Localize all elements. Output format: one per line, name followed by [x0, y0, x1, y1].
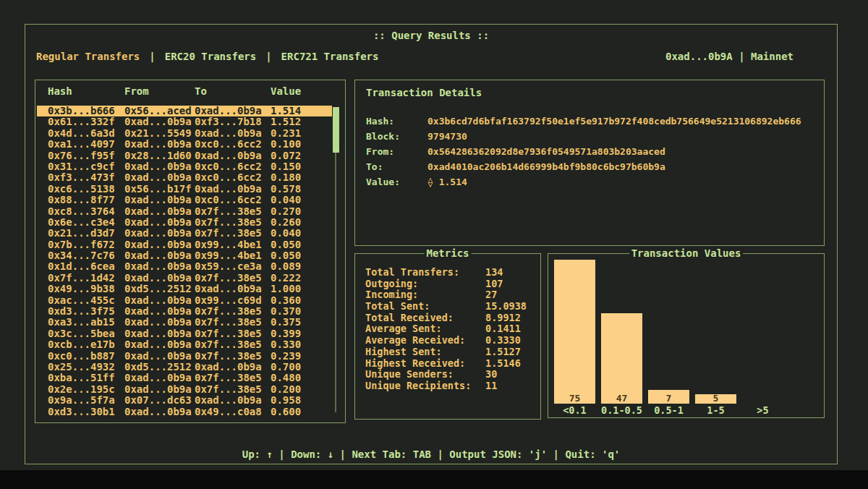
bar-value-label: 47 — [601, 393, 642, 404]
cell-from: 0xad...0b9a — [124, 384, 195, 395]
cell-hash: 0xd3...30b1 — [48, 407, 124, 417]
table-row[interactable]: 0x49...9b380xd5...25120xad...0b9a1.000 — [37, 284, 332, 294]
query-results-frame: :: Query Results :: Regular Transfers|ER… — [25, 24, 838, 464]
table-row[interactable]: 0xc6...51380x56...b17f0xad...0b9a0.578 — [37, 184, 332, 195]
cell-value: 1.512 — [271, 116, 332, 127]
cell-value: 0.089 — [271, 261, 332, 272]
cell-hash: 0x88...8f77 — [48, 195, 124, 205]
details-panel-title: Transaction Details — [366, 87, 482, 98]
transfers-table-panel: HashFromToValue 0x3b...b6660x56...aced0x… — [35, 80, 346, 423]
detail-label: Block: — [366, 129, 427, 144]
table-body: 0x3b...b6660x56...aced0xad...0b9a1.5140x… — [37, 106, 332, 417]
cell-to: 0xad...0b9a — [195, 128, 271, 139]
table-row[interactable]: 0x3c...5bea0xad...0b9a0x7f...38e50.399 — [37, 328, 332, 339]
cell-value: 0.260 — [271, 217, 332, 228]
table-row[interactable]: 0x31...c9cf0xad...0b9a0xc0...6cc20.150 — [37, 161, 332, 172]
cell-from: 0x07...dc63 — [124, 395, 195, 406]
metric-row: Highest Received:1.5146 — [365, 358, 536, 370]
cell-from: 0xad...0b9a — [124, 351, 195, 362]
table-row[interactable]: 0xc8...37640xad...0b9a0x7f...38e50.270 — [37, 206, 332, 217]
cell-hash: 0x31...c9cf — [48, 161, 124, 172]
scrollbar-thumb[interactable] — [333, 107, 339, 153]
cell-from: 0xad...0b9a — [124, 295, 195, 306]
cell-from: 0xad...0b9a — [124, 195, 195, 205]
tab-erc20-transfers[interactable]: ERC20 Transfers — [165, 51, 256, 62]
tab-regular-transfers[interactable]: Regular Transfers — [36, 51, 140, 62]
cell-value: 0.050 — [271, 239, 332, 250]
cell-hash: 0xba...51ff — [48, 373, 124, 383]
cell-to: 0xad...0b9a — [195, 284, 271, 294]
table-row[interactable]: 0xa3...ab150xad...0b9a0x7f...38e50.375 — [37, 317, 332, 328]
table-row[interactable]: 0x21...d3d70xad...0b9a0x7f...38e50.040 — [37, 228, 332, 239]
table-row[interactable]: 0xac...455c0xad...0b9a0x99...c69d0.360 — [37, 295, 332, 306]
column-header-from: From — [124, 85, 195, 97]
table-row[interactable]: 0x7b...f6720xad...0b9a0x99...4be10.050 — [37, 239, 332, 250]
cell-to: 0xc0...6cc2 — [195, 161, 271, 172]
table-row[interactable]: 0x6e...c3e40xad...0b9a0x7f...38e50.260 — [37, 217, 332, 228]
bar-<0.1: 75 — [554, 260, 595, 404]
table-row[interactable]: 0x2e...195c0xad...0b9a0x7f...38e50.200 — [37, 384, 332, 395]
cell-value: 0.040 — [271, 195, 332, 205]
metric-label: Highest Received: — [365, 358, 485, 370]
cell-value: 0.370 — [271, 306, 332, 317]
table-row[interactable]: 0x1d...6cea0xad...0b9a0x59...ce3a0.089 — [37, 261, 332, 272]
cell-hash: 0x6e...c3e4 — [48, 217, 124, 228]
table-row[interactable]: 0xcb...e17b0xad...0b9a0x7f...38e50.330 — [37, 339, 332, 350]
table-row[interactable]: 0x4d...6a3d0x21...55490xad...0b9a0.231 — [37, 128, 332, 139]
cell-from: 0xad...0b9a — [124, 206, 195, 217]
column-header-value: Value — [271, 85, 332, 97]
cell-to: 0x7f...38e5 — [195, 328, 271, 339]
table-row[interactable]: 0x34...7c760xad...0b9a0x99...4be10.050 — [37, 250, 332, 261]
cell-hash: 0x21...d3d7 — [48, 228, 124, 239]
cell-value: 0.270 — [271, 206, 332, 217]
table-row[interactable]: 0x3b...b6660x56...aced0xad...0b9a1.514 — [37, 106, 332, 116]
cell-hash: 0x49...9b38 — [48, 284, 124, 294]
metric-value: 11 — [485, 380, 497, 392]
table-row[interactable]: 0xd3...3f750xad...0b9a0x7f...38e50.370 — [37, 306, 332, 317]
metric-row: Unique Recipients:11 — [365, 380, 536, 392]
table-row[interactable]: 0xba...51ff0xad...0b9a0x7f...38e50.480 — [37, 373, 332, 383]
bar-0.1-0.5: 47 — [601, 313, 642, 404]
cell-to: 0x7f...38e5 — [195, 384, 271, 395]
metric-row: Total Sent:15.0938 — [365, 301, 536, 312]
table-row[interactable]: 0x88...8f770xad...0b9a0xc0...6cc20.040 — [37, 195, 332, 205]
tab-erc721-transfers[interactable]: ERC721 Transfers — [281, 51, 379, 62]
cell-hash: 0x25...4932 — [48, 362, 124, 373]
metric-label: Total Transfers: — [365, 267, 485, 278]
bar-value-label: 7 — [648, 393, 689, 404]
cell-to: 0x49...c0a8 — [195, 407, 271, 417]
detail-value: ⟠ 1.514 — [427, 174, 467, 190]
table-row[interactable]: 0x7f...1d420xad...0b9a0x7f...38e50.222 — [37, 273, 332, 284]
bar-chart-plot-area: 75<0.1470.1-0.570.5-151-5>5 — [548, 254, 824, 417]
cell-hash: 0xd3...3f75 — [48, 306, 124, 317]
metric-row: Outgoing:107 — [365, 278, 536, 290]
cell-hash: 0x3c...5bea — [48, 328, 124, 339]
cell-from: 0x56...aced — [124, 106, 195, 116]
cell-hash: 0x2e...195c — [48, 384, 124, 395]
cell-hash: 0x61...332f — [48, 116, 124, 127]
cell-to: 0xc0...6cc2 — [195, 139, 271, 150]
table-row[interactable]: 0x61...332f0xad...0b9a0xf3...7b181.512 — [37, 116, 332, 127]
scrollbar-track[interactable] — [335, 109, 336, 412]
cell-from: 0xad...0b9a — [124, 217, 195, 228]
bar-category-label: 0.1-0.5 — [601, 404, 642, 416]
cell-hash: 0x34...7c76 — [48, 250, 124, 261]
metric-value: 27 — [485, 289, 497, 301]
detail-label: Value: — [366, 174, 427, 190]
table-row[interactable]: 0x76...f95f0x28...1d600xad...0b9a0.072 — [37, 150, 332, 161]
detail-value: 0x564286362092d8e7936f0549571a803b203aac… — [427, 144, 665, 159]
detail-label: Hash: — [366, 114, 427, 129]
cell-value: 0.958 — [271, 395, 332, 406]
table-row[interactable]: 0x25...49320xd5...25120xad...0b9a0.700 — [37, 362, 332, 373]
table-row[interactable]: 0xf3...473f0xad...0b9a0xc0...6cc20.180 — [37, 172, 332, 183]
transaction-details-panel: Transaction Details Hash:0x3b6cd7d6bfaf1… — [354, 80, 825, 246]
table-row[interactable]: 0xc0...b8870xad...0b9a0x7f...38e50.239 — [37, 351, 332, 362]
table-row[interactable]: 0x9a...5f7a0x07...dc630xad...0b9a0.958 — [37, 395, 332, 406]
bar-value-label: 75 — [554, 393, 595, 404]
cell-to: 0x7f...38e5 — [195, 351, 271, 362]
tab-separator: | — [149, 51, 155, 62]
table-row[interactable]: 0xa1...40970xad...0b9a0xc0...6cc20.100 — [37, 139, 332, 150]
cell-value: 0.222 — [271, 273, 332, 284]
table-row[interactable]: 0xd3...30b10xad...0b9a0x49...c0a80.600 — [37, 407, 332, 417]
cell-from: 0xad...0b9a — [124, 328, 195, 339]
